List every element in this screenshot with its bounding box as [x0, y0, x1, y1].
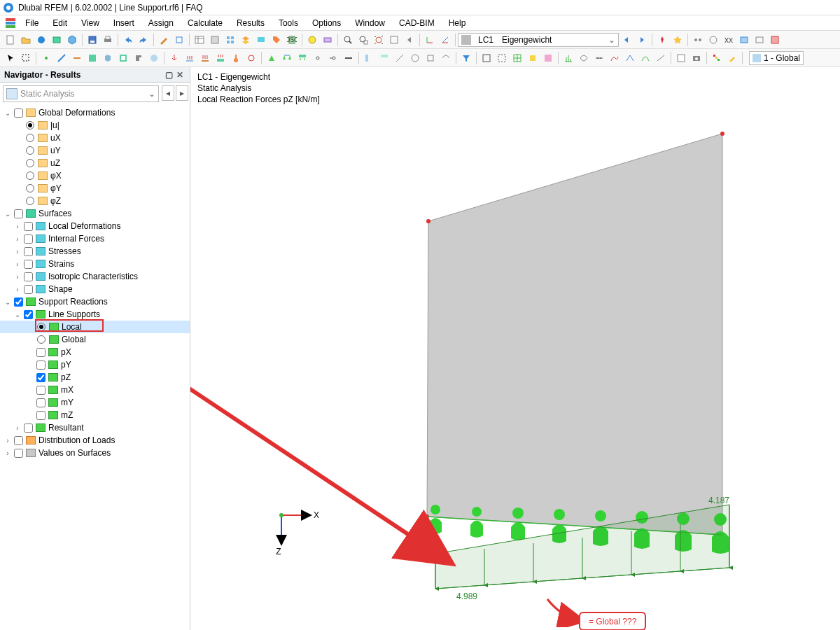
selrect-icon[interactable]	[19, 51, 33, 65]
tree-distribution-loads[interactable]: › Distribution of Loads	[0, 434, 190, 447]
menu-insert[interactable]: Insert	[106, 17, 141, 29]
load-member-icon[interactable]	[198, 51, 212, 65]
opening-icon[interactable]	[116, 51, 130, 65]
lc-prev-icon[interactable]	[620, 33, 634, 47]
material-icon[interactable]	[147, 51, 161, 65]
check-my[interactable]	[36, 398, 46, 407]
support-node-icon[interactable]	[265, 51, 279, 65]
tree-item-ux[interactable]: uX	[0, 132, 190, 144]
mode-f-icon[interactable]	[768, 33, 782, 47]
tree-item-phix[interactable]: φX	[0, 169, 190, 182]
render-icon[interactable]	[541, 51, 555, 65]
nav-next-icon[interactable]: ▸	[176, 85, 188, 101]
tool-3-icon[interactable]	[393, 51, 407, 65]
check-dist-loads[interactable]	[14, 436, 23, 445]
zoom-window-icon[interactable]	[356, 33, 370, 47]
tree-isotropic[interactable]: ›Isotropic Characteristics	[0, 270, 190, 283]
tool-5-icon[interactable]	[424, 51, 438, 65]
check-mz[interactable]	[36, 411, 46, 420]
ucs-icon[interactable]	[423, 33, 437, 47]
radio-ux[interactable]	[26, 134, 34, 142]
nav-prev-icon[interactable]: ◂	[162, 85, 174, 101]
rigid-icon[interactable]	[342, 51, 356, 65]
menu-assign[interactable]: Assign	[141, 17, 181, 29]
tree-item-px[interactable]: pX	[0, 346, 190, 358]
calc-icon[interactable]: bsc	[285, 33, 299, 47]
tree-strains[interactable]: ›Strains	[0, 258, 190, 270]
mesh-icon[interactable]	[510, 51, 524, 65]
check-line-supports[interactable]	[24, 310, 33, 319]
tool-6-icon[interactable]	[439, 51, 453, 65]
member-icon[interactable]	[70, 51, 84, 65]
grid-icon[interactable]	[223, 33, 237, 47]
tree-item-py[interactable]: pY	[0, 358, 190, 371]
mode-c-icon[interactable]: xx	[722, 33, 736, 47]
result-a-icon[interactable]	[561, 51, 575, 65]
menu-cad-bim[interactable]: CAD-BIM	[392, 17, 442, 29]
tree-support-reactions[interactable]: ⌄ Support Reactions	[0, 295, 190, 308]
radio-phiy[interactable]	[26, 184, 34, 192]
menu-view[interactable]: View	[74, 17, 106, 29]
radio-phix[interactable]	[26, 172, 34, 180]
check-val-surf[interactable]	[14, 449, 23, 458]
tree-resultant[interactable]: ›Resultant	[0, 421, 190, 434]
lc-next-icon[interactable]	[635, 33, 649, 47]
tree-item-global[interactable]: Global	[0, 333, 190, 346]
analysis-type-dropdown[interactable]: Static Analysis ⌄	[3, 85, 159, 102]
hide-icon[interactable]	[495, 51, 509, 65]
tool-a-icon[interactable]	[157, 33, 171, 47]
new-icon[interactable]	[4, 33, 18, 47]
view-prev-icon[interactable]	[402, 33, 416, 47]
check-surfaces[interactable]	[14, 209, 23, 218]
tree-global-deformations[interactable]: ⌄ Global Deformations	[0, 106, 190, 119]
tool-4-icon[interactable]	[408, 51, 422, 65]
color-scale-icon[interactable]	[710, 51, 724, 65]
menu-edit[interactable]: Edit	[46, 17, 74, 29]
close-panel-icon[interactable]: ✕	[174, 70, 186, 80]
tree-surfaces[interactable]: ⌄ Surfaces	[0, 207, 190, 220]
redo-icon[interactable]	[136, 33, 150, 47]
check-mx[interactable]	[36, 386, 46, 395]
load-line-icon[interactable]	[183, 51, 197, 65]
app-menu-icon[interactable]	[4, 16, 18, 30]
cursor-icon[interactable]	[4, 51, 18, 65]
check-support-reactions[interactable]	[14, 298, 23, 307]
tool-b-icon[interactable]	[172, 33, 186, 47]
check-pz[interactable]	[36, 373, 46, 382]
tool-2-icon[interactable]	[377, 51, 391, 65]
result-f-icon[interactable]	[638, 51, 652, 65]
radio-uy[interactable]	[26, 146, 34, 155]
printout-icon[interactable]	[674, 51, 688, 65]
mode-e-icon[interactable]	[752, 33, 766, 47]
tree-item-u[interactable]: |u|	[0, 119, 190, 132]
tree-line-supports[interactable]: ⌄ Line Supports	[0, 308, 190, 321]
check-global-def[interactable]	[14, 108, 23, 118]
undock-icon[interactable]: ▢	[163, 70, 174, 80]
tag-icon[interactable]	[270, 33, 284, 47]
tree-item-mx[interactable]: mX	[0, 384, 190, 396]
mode-a-icon[interactable]	[691, 33, 705, 47]
tree-internal-forces[interactable]: ›Internal Forces	[0, 232, 190, 245]
tree-item-local[interactable]: Local	[0, 321, 190, 333]
hinge-icon[interactable]	[311, 51, 325, 65]
menu-options[interactable]: Options	[305, 17, 348, 29]
print-icon[interactable]	[101, 33, 115, 47]
support-line-icon[interactable]	[280, 51, 294, 65]
menu-calculate[interactable]: Calculate	[181, 17, 230, 29]
star-icon[interactable]	[671, 33, 685, 47]
layers-icon[interactable]	[239, 33, 253, 47]
menu-window[interactable]: Window	[348, 17, 392, 29]
tree-item-mz[interactable]: mZ	[0, 409, 190, 421]
check-px[interactable]	[36, 348, 46, 357]
menu-help[interactable]: Help	[442, 17, 473, 29]
result-d-icon[interactable]	[608, 51, 622, 65]
undo-icon[interactable]	[121, 33, 135, 47]
model-icon[interactable]	[65, 33, 79, 47]
table-icon[interactable]	[192, 33, 206, 47]
tree-local-def[interactable]: ›Local Deformations	[0, 220, 190, 232]
filter-icon[interactable]	[459, 51, 473, 65]
loadcase-selector[interactable]: LC1 Eigengewicht ⌄	[458, 33, 619, 47]
display-icon[interactable]	[254, 33, 268, 47]
tree-item-phiy[interactable]: φY	[0, 182, 190, 195]
check-py[interactable]	[36, 360, 46, 370]
